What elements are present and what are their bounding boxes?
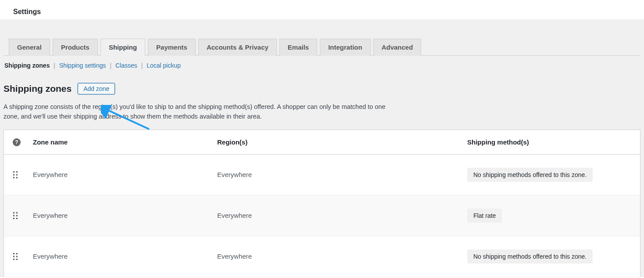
methods-cell: Flat rate — [461, 195, 640, 236]
zone-name-cell: Everywhere — [27, 154, 211, 195]
svg-rect-12 — [16, 218, 18, 219]
add-zone-button[interactable]: Add zone — [78, 83, 115, 94]
svg-rect-10 — [16, 215, 18, 216]
region-cell: Everywhere — [211, 195, 461, 236]
tab-general[interactable]: General — [9, 39, 50, 56]
column-header-region: Region(s) — [211, 130, 461, 154]
svg-rect-4 — [16, 174, 18, 175]
subtab-shipping-zones[interactable]: Shipping zones — [4, 62, 50, 69]
svg-rect-5 — [13, 177, 14, 178]
svg-rect-17 — [13, 259, 14, 260]
separator: | — [110, 62, 111, 69]
subtab-shipping-settings[interactable]: Shipping settings — [59, 62, 106, 69]
tab-advanced[interactable]: Advanced — [373, 39, 422, 56]
table-row[interactable]: Everywhere Everywhere No shipping method… — [4, 154, 640, 195]
tab-emails[interactable]: Emails — [279, 39, 317, 56]
svg-rect-18 — [16, 259, 18, 260]
zone-name-cell: Everywhere — [27, 195, 211, 236]
settings-tabs: General Products Shipping Payments Accou… — [4, 19, 640, 56]
tab-payments[interactable]: Payments — [148, 39, 196, 56]
drag-handle-icon[interactable] — [4, 195, 27, 236]
svg-rect-13 — [13, 253, 14, 254]
svg-rect-15 — [13, 256, 14, 257]
column-header-methods: Shipping method(s) — [461, 130, 640, 154]
section-description: A shipping zone consists of the region(s… — [4, 98, 390, 130]
help-icon[interactable]: ? — [13, 138, 21, 146]
svg-rect-2 — [16, 171, 18, 173]
column-header-handle: ? — [4, 130, 27, 154]
region-cell: Everywhere — [211, 236, 461, 277]
subtab-local-pickup[interactable]: Local pickup — [147, 62, 181, 69]
drag-handle-icon[interactable] — [4, 154, 27, 195]
methods-cell: No shipping methods offered to this zone… — [461, 154, 640, 195]
zone-name-cell: Everywhere — [27, 236, 211, 277]
shipping-zones-table: ? Zone name Region(s) Shipping method(s)… — [4, 130, 640, 277]
table-row[interactable]: Everywhere Everywhere No shipping method… — [4, 236, 640, 277]
drag-handle-icon[interactable] — [4, 236, 27, 277]
method-pill: No shipping methods offered to this zone… — [467, 168, 593, 182]
svg-rect-14 — [16, 253, 18, 254]
subtab-classes[interactable]: Classes — [115, 62, 137, 69]
section-title: Shipping zones — [4, 83, 72, 94]
tab-shipping[interactable]: Shipping — [100, 39, 145, 56]
method-pill: Flat rate — [467, 209, 502, 223]
svg-rect-9 — [13, 215, 14, 216]
region-cell: Everywhere — [211, 154, 461, 195]
column-header-zone: Zone name — [27, 130, 211, 154]
svg-rect-1 — [13, 171, 14, 173]
svg-rect-7 — [13, 212, 14, 213]
separator: | — [54, 62, 55, 69]
tab-accounts-privacy[interactable]: Accounts & Privacy — [198, 39, 277, 56]
svg-rect-3 — [13, 174, 14, 175]
page-title: Settings — [13, 8, 644, 16]
separator: | — [141, 62, 143, 69]
svg-rect-6 — [16, 177, 18, 178]
svg-rect-16 — [16, 256, 18, 257]
svg-rect-11 — [13, 218, 14, 219]
tab-products[interactable]: Products — [53, 39, 98, 56]
tab-integration[interactable]: Integration — [320, 39, 371, 56]
methods-cell: No shipping methods offered to this zone… — [461, 236, 640, 277]
table-row[interactable]: Everywhere Everywhere Flat rate — [4, 195, 640, 236]
shipping-subtabs: Shipping zones | Shipping settings | Cla… — [4, 56, 640, 73]
svg-rect-8 — [16, 212, 18, 213]
method-pill: No shipping methods offered to this zone… — [467, 249, 593, 264]
